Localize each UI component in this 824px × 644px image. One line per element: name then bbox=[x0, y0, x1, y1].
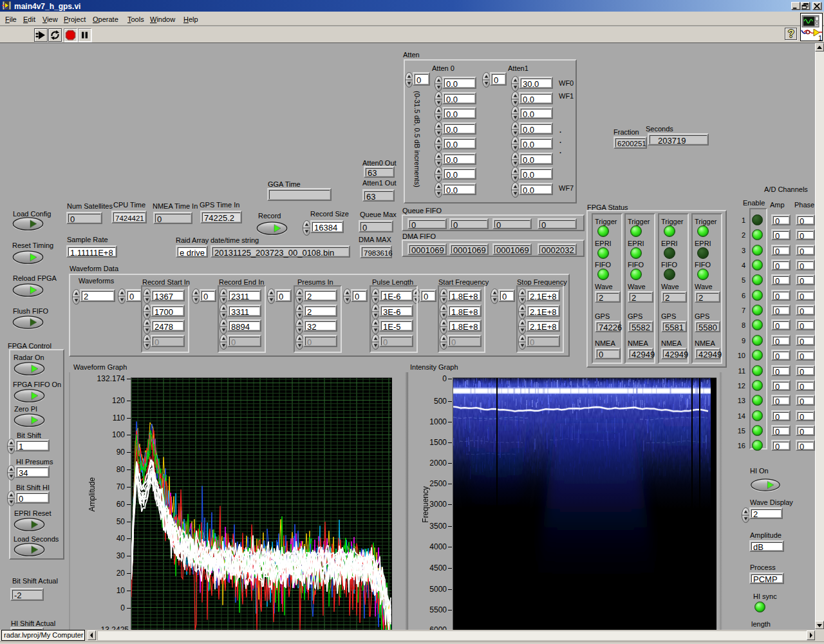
svg-text:1: 1 bbox=[818, 34, 822, 41]
